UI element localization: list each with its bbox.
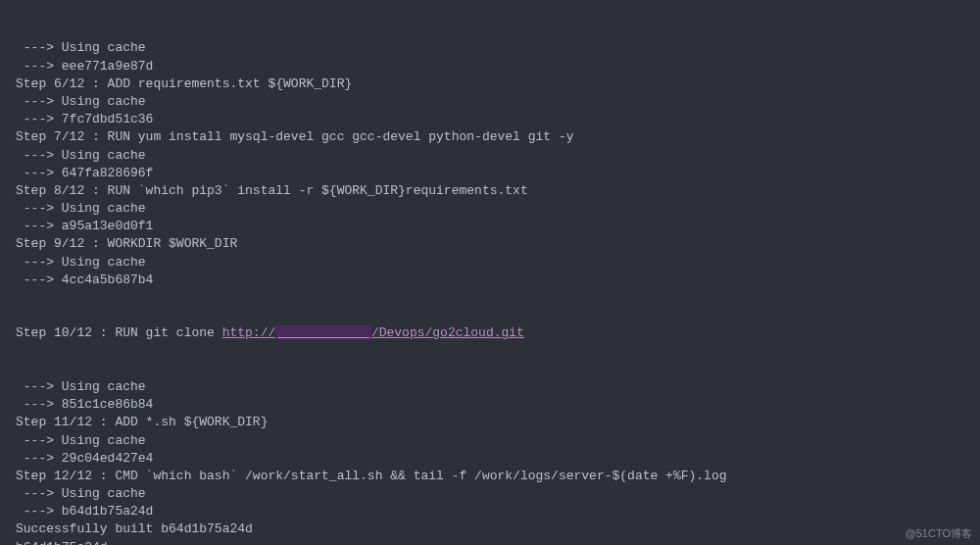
terminal-line: ---> Using cache (16, 200, 980, 218)
terminal-line: ---> b64d1b75a24d (16, 503, 980, 520)
terminal-line: Step 7/12 : RUN yum install mysql-devel … (16, 128, 980, 146)
terminal-line: ---> 4cc4a5b687b4 (16, 272, 980, 289)
terminal-line: ---> 29c04ed427e4 (16, 450, 980, 468)
terminal-line: ---> Using cache (16, 254, 980, 272)
terminal-line: ---> eee771a9e87d (16, 58, 980, 75)
terminal-line: Step 9/12 : WORKDIR $WORK_DIR (16, 235, 980, 253)
redacted-host (275, 325, 371, 340)
terminal-output: ---> Using cache ---> eee771a9e87dStep 6… (0, 4, 980, 545)
terminal-line: b64d1b75a24d (16, 539, 980, 545)
terminal-line: ---> 647fa828696f (16, 165, 980, 182)
step-prefix: Step 10/12 : RUN git clone (16, 325, 222, 340)
terminal-line: Step 8/12 : RUN `which pip3` install -r … (16, 182, 980, 200)
terminal-line: Step 11/12 : ADD *.sh ${WORK_DIR} (16, 414, 980, 431)
git-clone-url[interactable]: http:// /Devops/go2cloud.git (222, 325, 524, 340)
docker-step-line: Step 10/12 : RUN git clone http:// /Devo… (16, 324, 980, 342)
watermark-label: @51CTO博客 (906, 526, 972, 541)
terminal-line: ---> Using cache (16, 378, 980, 396)
terminal-line: ---> a95a13e0d0f1 (16, 218, 980, 235)
terminal-line: ---> Using cache (16, 93, 980, 111)
terminal-line: ---> Using cache (16, 485, 980, 503)
terminal-line: ---> 7fc7dbd51c36 (16, 111, 980, 128)
terminal-line: ---> 851c1ce86b84 (16, 396, 980, 414)
terminal-line: ---> Using cache (16, 39, 980, 57)
terminal-line: Successfully built b64d1b75a24d (16, 520, 980, 538)
terminal-line: Step 12/12 : CMD `which bash` /work/star… (16, 468, 980, 485)
terminal-line: ---> Using cache (16, 432, 980, 450)
terminal-line: Step 6/12 : ADD requirements.txt ${WORK_… (16, 75, 980, 93)
terminal-line: ---> Using cache (16, 147, 980, 165)
